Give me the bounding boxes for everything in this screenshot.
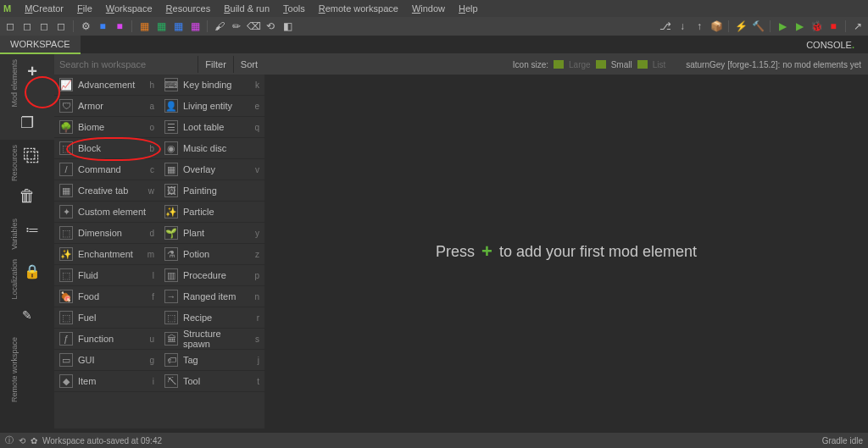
element-item-potion[interactable]: ⚗Potionz [159,244,264,265]
toolbar-grid-3-icon[interactable]: ▦ [171,19,185,33]
toolbar-grid-1-icon[interactable]: ▦ [137,19,151,33]
stop-icon[interactable]: ■ [826,19,840,33]
plant-icon: 🌱 [164,226,178,240]
element-item-ranged-item[interactable]: →Ranged itemn [159,286,264,307]
canvas-center: Press + to add your first mod element [264,75,868,429]
element-item-recipe[interactable]: ⬚Reciper [159,307,264,329]
gradle-status: Gradle idle [822,436,863,445]
sort-button[interactable]: Sort [233,56,264,73]
toolbar-grid-4-icon[interactable]: ▦ [188,19,202,33]
element-item-procedure[interactable]: ▥Procedurep [159,265,264,286]
toolbar-icon-2[interactable]: ◻ [20,19,34,33]
element-item-key: d [149,229,154,238]
sidetab-mod-elements[interactable]: Mod elements + ❐ [0,54,54,140]
iconsize-chip-small[interactable] [596,60,606,69]
element-item-gui[interactable]: ▭GUIg [54,350,159,371]
iconsize-chip-large[interactable] [554,60,564,69]
download-icon[interactable]: ↓ [676,19,689,33]
toolbar-action2-icon[interactable]: ◧ [281,19,294,33]
menu-build-run[interactable]: Build & run [217,3,276,14]
menu-help[interactable]: Help [452,3,485,14]
element-item-dimension[interactable]: ⬚Dimensiond [54,223,159,244]
element-item-function[interactable]: ƒFunctionu [54,329,159,350]
toolbar-icon-blue[interactable]: ■ [96,19,109,33]
run-icon-2[interactable]: ▶ [793,19,806,33]
menu-window[interactable]: Window [405,3,452,14]
variables-icon[interactable]: ≔ [20,218,44,242]
plus-icon[interactable]: + [20,59,44,83]
element-item-label: Food [78,291,147,301]
menu-resources[interactable]: Resources [159,3,218,14]
menu-workspace[interactable]: Workspace [99,3,159,14]
menu-mcreator[interactable]: MCreator [18,3,70,14]
element-item-food[interactable]: 🍖Foodf [54,286,159,307]
element-item-overlay[interactable]: ▦Overlayv [159,159,264,180]
element-item-biome[interactable]: 🌳Biomeo [54,117,159,138]
iconsize-list[interactable]: List [653,60,666,69]
element-item-custom-element[interactable]: ✦Custom element [54,202,159,223]
gear-icon[interactable]: ⚙ [79,19,92,33]
menu-file[interactable]: File [70,3,99,14]
iconsize-small[interactable]: Small [611,60,632,69]
build-icon[interactable]: ⚡ [734,19,748,33]
hammer-icon[interactable]: 🔨 [751,19,765,33]
package-icon[interactable]: 📦 [709,19,723,33]
element-item-music-disc[interactable]: ◉Music disc [159,138,264,159]
element-item-structure-spawn[interactable]: 🏛Structure spawns [159,329,264,350]
sidetab-localization[interactable]: Localization 🔒 ✎ [0,254,54,332]
run-icon[interactable]: ▶ [776,19,789,33]
toolbar-icon-4[interactable]: ◻ [54,19,68,33]
element-item-loot-table[interactable]: ☰Loot tableq [159,117,264,138]
menu-tools[interactable]: Tools [276,3,312,14]
element-item-tag[interactable]: 🏷Tagj [159,350,264,371]
element-item-advancement[interactable]: 📈Advancementh [54,75,159,96]
lock-icon[interactable]: 🔒 [20,259,44,283]
element-item-label: Recipe [183,312,252,323]
debug-icon[interactable]: 🐞 [810,19,823,33]
copy-icon[interactable]: ❐ [15,111,39,135]
element-item-particle[interactable]: ✨Particle [159,202,264,223]
upload-icon[interactable]: ↑ [693,19,706,33]
toolbar-brush-icon[interactable]: 🖌 [213,19,226,33]
element-item-painting[interactable]: 🖼Painting [159,180,264,202]
toolbar-icon-magenta[interactable]: ■ [113,19,126,33]
toolbar-erase-icon[interactable]: ⌫ [247,19,260,33]
element-item-command[interactable]: /Commandc [54,159,159,180]
tab-console[interactable]: CONSOLE. [799,36,861,53]
toolbar-pencil-icon[interactable]: ✏ [230,19,243,33]
toolbar-icon-1[interactable]: ◻ [3,19,17,33]
element-item-creative-tab[interactable]: ▦Creative tabw [54,180,159,202]
search-input[interactable] [54,59,198,69]
element-item-plant[interactable]: 🌱Planty [159,223,264,244]
toolbar-action-icon[interactable]: ⟲ [264,19,277,33]
elements-grid: 📈Advancementh🛡Armora🌳Biomeo⬚Blockb/Comma… [54,75,264,429]
element-item-key: n [254,292,259,301]
edit-icon[interactable]: ✎ [15,303,39,327]
resources-icon[interactable]: ⿻ [20,145,44,169]
tab-workspace[interactable]: WORKSPACE [0,36,81,54]
delete-icon[interactable]: 🗑 [15,185,39,208]
menu-remote-workspace[interactable]: Remote workspace [312,3,405,14]
sidetab-remote-workspace[interactable]: Remote workspace [0,332,54,407]
export-icon[interactable]: ↗ [851,19,865,33]
element-item-fuel[interactable]: ⬚Fuel [54,307,159,329]
branch-icon[interactable]: ⎇ [659,19,672,33]
sidetab-resources[interactable]: Resources ⿻ 🗑 [0,140,54,213]
element-item-block[interactable]: ⬚Blockb [54,138,159,159]
structure-spawn-icon: 🏛 [164,332,178,346]
element-item-living-entity[interactable]: 👤Living entitye [159,96,264,117]
element-item-armor[interactable]: 🛡Armora [54,96,159,117]
sidetab-variables[interactable]: Variables ≔ [0,213,54,255]
remote-icon[interactable] [20,337,44,361]
toolbar-grid-2-icon[interactable]: ▦ [154,19,168,33]
element-item-tool[interactable]: ⛏Toolt [159,371,264,392]
element-item-fluid[interactable]: ⬚Fluidl [54,265,159,286]
iconsize-chip-list[interactable] [637,60,648,69]
iconsize-large[interactable]: Large [569,60,591,69]
filter-button[interactable]: Filter [198,56,232,73]
toolbar-icon-3[interactable]: ◻ [37,19,51,33]
element-item-key-binding[interactable]: ⌨Key bindingk [159,75,264,96]
element-item-enchantment[interactable]: ✨Enchantmentm [54,244,159,265]
element-item-item[interactable]: ◆Itemi [54,371,159,392]
element-item-label: Tool [183,376,252,386]
